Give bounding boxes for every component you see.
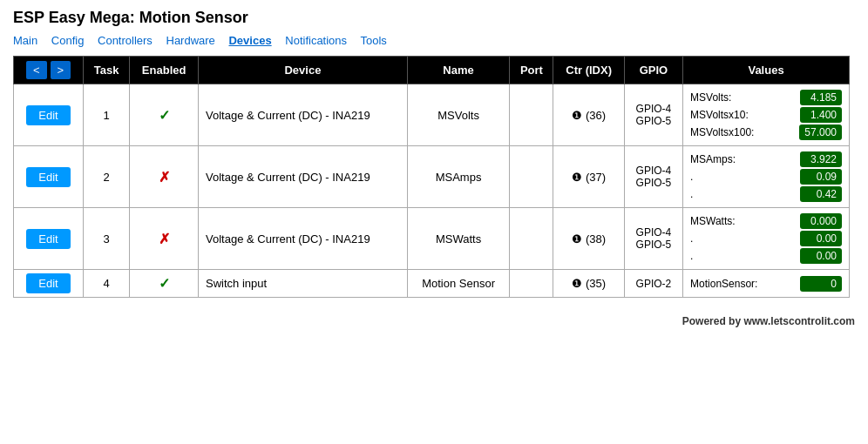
value-label: .	[690, 171, 769, 183]
value-number: 0.09	[800, 169, 842, 185]
table-row-name: MSWatts	[407, 208, 510, 270]
devices-table: < > Task Enabled Device Name Port Ctr (I…	[13, 56, 850, 298]
value-label: MSVoltsx100:	[690, 126, 769, 138]
value-number: 4.185	[800, 90, 842, 105]
col-ctr: Ctr (IDX)	[553, 57, 624, 84]
value-label: MSAmps:	[690, 153, 769, 165]
value-row: MSWatts:0.000	[690, 213, 842, 229]
value-number: 1.400	[800, 107, 842, 123]
check-icon: ✓	[159, 276, 170, 291]
value-label: .	[690, 188, 769, 200]
table-row-device: Voltage & Current (DC) - INA219	[199, 84, 408, 146]
table-row-values: MSVolts:4.185MSVoltsx10:1.400MSVoltsx100…	[683, 84, 850, 146]
nav-controllers[interactable]: Controllers	[98, 34, 153, 47]
footer: Powered by www.letscontrolit.com	[13, 315, 855, 327]
value-label: .	[690, 232, 769, 245]
value-number: 0.00	[800, 231, 842, 246]
check-icon: ✓	[159, 108, 170, 123]
nav-main[interactable]: Main	[13, 34, 37, 47]
col-device: Device	[199, 57, 408, 84]
table-row-task: 2	[84, 146, 130, 208]
table-row-task: 1	[84, 84, 130, 146]
value-row: MotionSensor:0	[690, 276, 842, 292]
value-label: MSWatts:	[690, 215, 769, 227]
value-label: MSVoltsx10:	[690, 109, 769, 121]
col-name: Name	[407, 57, 510, 84]
cross-icon: ✗	[159, 170, 170, 185]
edit-button-row-3[interactable]: Edit	[26, 229, 70, 249]
col-task: Task	[84, 57, 130, 84]
col-enabled: Enabled	[130, 57, 199, 84]
table-row-values: MSWatts:0.000.0.00.0.00	[683, 208, 850, 270]
table-row-port	[510, 84, 553, 146]
value-number: 0.42	[800, 186, 842, 202]
nav-hardware[interactable]: Hardware	[166, 34, 215, 47]
table-row-name: MSAmps	[407, 146, 510, 208]
table-row-device: Voltage & Current (DC) - INA219	[199, 208, 408, 270]
cross-icon: ✗	[159, 232, 170, 246]
table-row-name: MSVolts	[407, 84, 510, 146]
value-row: .0.00	[690, 248, 842, 264]
edit-button-row-1[interactable]: Edit	[26, 105, 70, 125]
table-row-enabled: ✓	[130, 84, 199, 146]
table-row-name: Motion Sensor	[407, 270, 510, 298]
col-values: Values	[683, 57, 850, 84]
edit-button-row-2[interactable]: Edit	[26, 167, 70, 187]
table-row-values: MotionSensor:0	[683, 270, 850, 298]
col-port: Port	[510, 57, 553, 84]
value-row: MSVolts:4.185	[690, 90, 842, 105]
value-number: 0.000	[800, 213, 842, 229]
value-row: .0.09	[690, 169, 842, 185]
table-row-gpio: GPIO-4 GPIO-5	[624, 208, 682, 270]
edit-button-row-4[interactable]: Edit	[26, 273, 70, 293]
table-row-enabled: ✓	[130, 270, 199, 298]
table-row-port	[510, 208, 553, 270]
page-title: ESP Easy Mega: Motion Sensor	[13, 9, 855, 27]
table-row-gpio: GPIO-2	[624, 270, 682, 298]
nav-devices[interactable]: Devices	[228, 34, 271, 47]
value-number: 57.000	[799, 124, 842, 140]
table-row-task: 3	[84, 208, 130, 270]
value-number: 0	[800, 276, 842, 292]
col-gpio: GPIO	[624, 57, 682, 84]
table-row-enabled: ✗	[130, 208, 199, 270]
table-row-ctr: ❶ (35)	[553, 270, 624, 298]
table-row-ctr: ❶ (36)	[553, 84, 624, 146]
nav-tools[interactable]: Tools	[360, 34, 386, 47]
nav-notifications[interactable]: Notifications	[285, 34, 347, 47]
table-row-device: Voltage & Current (DC) - INA219	[199, 146, 408, 208]
value-row: MSAmps:3.922	[690, 151, 842, 167]
table-row-ctr: ❶ (38)	[553, 208, 624, 270]
table-row-gpio: GPIO-4 GPIO-5	[624, 146, 682, 208]
next-button[interactable]: >	[51, 61, 71, 79]
table-row-ctr: ❶ (37)	[553, 146, 624, 208]
main-nav: Main Config Controllers Hardware Devices…	[13, 34, 855, 47]
table-row-port	[510, 146, 553, 208]
table-row-device: Switch input	[199, 270, 408, 298]
table-row-values: MSAmps:3.922.0.09.0.42	[683, 146, 850, 208]
value-row: .0.42	[690, 186, 842, 202]
prev-button[interactable]: <	[26, 61, 47, 79]
value-row: .0.00	[690, 231, 842, 246]
nav-config[interactable]: Config	[51, 34, 85, 47]
value-label: MotionSensor:	[690, 278, 769, 290]
value-row: MSVoltsx100:57.000	[690, 124, 842, 140]
table-row-task: 4	[84, 270, 130, 298]
value-row: MSVoltsx10:1.400	[690, 107, 842, 123]
value-number: 0.00	[800, 248, 842, 264]
value-label: MSVolts:	[690, 91, 769, 104]
value-number: 3.922	[800, 151, 842, 167]
table-row-enabled: ✗	[130, 146, 199, 208]
value-label: .	[690, 250, 769, 262]
table-row-gpio: GPIO-4 GPIO-5	[624, 84, 682, 146]
table-row-port	[510, 270, 553, 298]
